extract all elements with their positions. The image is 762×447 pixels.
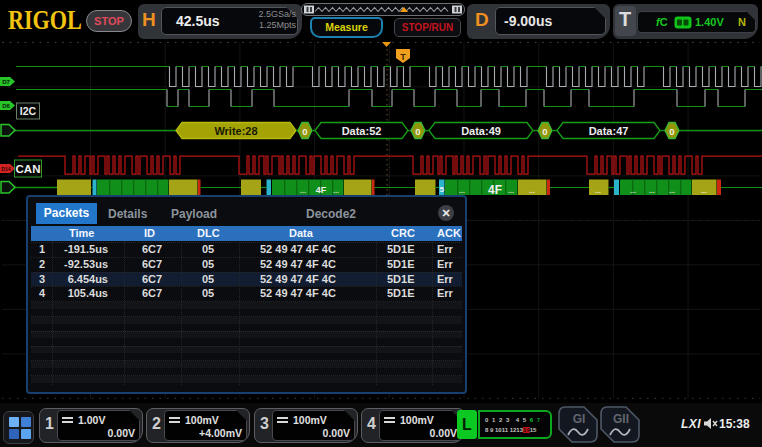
svg-text:0: 0 (302, 126, 307, 137)
svg-text:CAN: CAN (16, 163, 41, 175)
svg-text:Data:47: Data:47 (589, 125, 629, 137)
svg-text:5: 5 (440, 185, 445, 194)
svg-text:D14: D14 (1, 166, 11, 172)
svg-text:...: ... (669, 187, 675, 194)
svg-text:0: 0 (415, 126, 420, 137)
svg-text:Write:28: Write:28 (214, 125, 257, 137)
svg-text:...: ... (300, 187, 306, 194)
svg-text:D7: D7 (2, 79, 10, 85)
svg-text:0: 0 (669, 126, 674, 137)
svg-text:...: ... (459, 187, 465, 194)
svg-text:4F: 4F (316, 185, 327, 195)
svg-text:GII: GII (613, 412, 629, 426)
svg-text:I2C: I2C (20, 105, 37, 117)
svg-text:...: ... (595, 187, 601, 194)
svg-text:...: ... (649, 187, 655, 194)
svg-text:Data:49: Data:49 (461, 125, 501, 137)
svg-text:GI: GI (573, 412, 586, 426)
svg-text:Data:52: Data:52 (342, 125, 382, 137)
svg-text:T: T (400, 52, 406, 62)
svg-text:...: ... (529, 187, 535, 194)
svg-text:...: ... (508, 187, 514, 194)
svg-text:D6: D6 (2, 103, 10, 109)
svg-text:...: ... (333, 187, 339, 194)
svg-text:...: ... (630, 187, 636, 194)
svg-text:4F: 4F (488, 183, 502, 197)
svg-text:...: ... (701, 187, 707, 194)
svg-text:0: 0 (542, 126, 547, 137)
